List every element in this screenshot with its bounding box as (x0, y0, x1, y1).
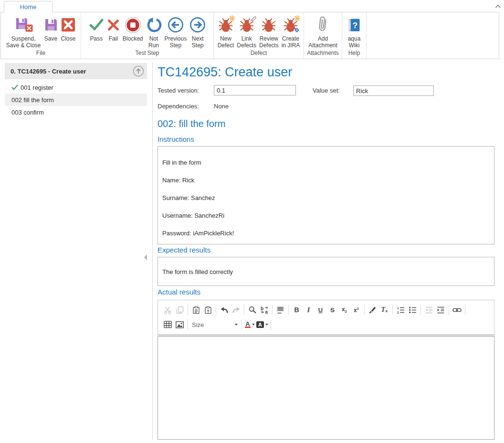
toolbar-separator (216, 305, 216, 315)
ribbon-button-label: Pass (90, 35, 103, 42)
superscript-icon: x2 (354, 306, 359, 314)
review-defects-icon (261, 14, 277, 35)
superscript-button[interactable]: x2 (350, 304, 362, 316)
collapse-ribbon-button[interactable] (495, 3, 502, 8)
ribbon-button-label: Not Run (148, 35, 159, 49)
sidebar-header-title: 0. TC142695 - Create user (10, 68, 86, 75)
strikethrough-button[interactable]: S (326, 304, 338, 316)
previous-step-icon (168, 14, 184, 35)
sidebar-item-001-register[interactable]: 001 register (5, 81, 147, 94)
value-set-input[interactable] (353, 85, 434, 96)
link-button[interactable] (451, 304, 463, 316)
bulleted-list-button[interactable] (407, 304, 419, 316)
suspend-save-close-button[interactable]: Suspend, Save & Close (5, 14, 42, 49)
toolbar-separator (271, 319, 271, 330)
background-color-icon: A (256, 321, 268, 328)
undo-icon (220, 306, 229, 314)
italic-button[interactable]: I (303, 304, 315, 316)
svg-text:b: b (261, 306, 263, 311)
paste-button[interactable] (190, 304, 202, 316)
previous-step-button[interactable]: Previous Step (163, 14, 189, 49)
ribbon-group-label: File (1, 50, 81, 59)
actual-results-editor[interactable] (158, 336, 494, 440)
ribbon-button-label: Previous Step (165, 35, 187, 49)
sidebar-item-003-confirm[interactable]: 003 confirm (5, 106, 147, 118)
svg-text:1: 1 (397, 306, 399, 309)
save-button[interactable]: Save (42, 14, 60, 42)
pass-button[interactable]: Pass (87, 14, 105, 42)
new-defect-icon (218, 14, 234, 35)
subscript-button[interactable]: x2 (338, 304, 350, 316)
toolbar-separator (364, 305, 365, 315)
instructions-heading: Instructions (158, 135, 194, 143)
toolbar-separator (465, 305, 465, 315)
blocked-button[interactable]: Blocked (121, 14, 145, 42)
svg-text:2: 2 (397, 311, 399, 314)
close-button[interactable]: Close (60, 14, 77, 42)
tested-version-input[interactable] (214, 85, 296, 95)
panel-splitter[interactable] (152, 62, 153, 440)
instruction-line: Password: iAmPickleRick! (162, 230, 490, 237)
not-run-button[interactable]: Not Run (145, 14, 163, 49)
replace-icon: ba (260, 306, 269, 314)
numbered-list-button[interactable]: 12 (395, 304, 407, 316)
paste-text-button[interactable]: T (202, 304, 214, 316)
tab-home[interactable]: Home (4, 1, 52, 12)
scroll-to-top-button[interactable] (133, 65, 144, 77)
add-attachment-button[interactable]: Add Attachment (307, 14, 339, 49)
close-icon (61, 14, 75, 35)
numbered-list-icon: 12 (397, 306, 405, 314)
fail-button[interactable]: Fail (105, 14, 121, 42)
image-button[interactable] (174, 319, 186, 330)
bold-button[interactable]: B (291, 304, 303, 316)
instruction-line: Name: Rick (162, 177, 490, 184)
sidebar-item-label: 003 confirm (11, 109, 44, 116)
find-button[interactable] (246, 304, 258, 316)
instruction-line: Username: SanchezRi (162, 212, 490, 219)
ribbon-button-label: aqua Wiki (348, 35, 361, 49)
aqua-wiki-button[interactable]: ?aqua Wiki (346, 14, 362, 49)
table-button[interactable] (162, 319, 174, 330)
test-execution-panel: TC142695: Create user Tested version: Va… (158, 62, 494, 442)
subscript-icon: x2 (342, 306, 347, 314)
background-color-button[interactable]: A (256, 319, 269, 330)
actual-results-heading: Actual results (158, 288, 200, 296)
copy-icon (176, 306, 184, 314)
ribbon: Suspend, Save & CloseSaveCloseFilePassFa… (0, 12, 499, 59)
increase-indent-button[interactable] (435, 304, 447, 316)
ribbon-group-file: Suspend, Save & CloseSaveCloseFile (1, 12, 81, 59)
image-icon (176, 321, 184, 328)
toolbar-separator (392, 305, 393, 315)
toolbar-separator (242, 319, 242, 330)
ribbon-button-label: Review Defects (259, 35, 279, 49)
review-defects-button[interactable]: Review Defects (258, 14, 280, 49)
toolbar-separator (188, 305, 188, 315)
copy-formatting-button[interactable] (367, 304, 378, 316)
text-color-button[interactable]: A (244, 319, 256, 330)
ribbon-button-label: Blocked (123, 35, 143, 42)
pass-icon (89, 14, 104, 35)
new-defect-button[interactable]: New Defect (216, 14, 236, 49)
ribbon-button-label: Create in JIRA (282, 35, 300, 49)
link-defects-icon (239, 14, 255, 35)
ribbon-button-label: Add Attachment (308, 35, 337, 49)
replace-button[interactable]: ba (258, 304, 270, 316)
toolbar-separator (420, 305, 421, 315)
chevron-up-icon (495, 3, 501, 10)
sidebar-item-label: 002 fill the form (11, 96, 54, 104)
cut-button (162, 304, 174, 316)
font-size-select[interactable]: Size (190, 319, 240, 330)
sidebar-header: 0. TC142695 - Create user (5, 63, 147, 79)
remove-format-button[interactable]: T× (378, 304, 390, 316)
create-in-jira-button[interactable]: Create in JIRA (280, 14, 302, 49)
sidebar-item-002-fill-the-form[interactable]: 002 fill the form (5, 94, 147, 106)
underline-button[interactable]: U (315, 304, 326, 316)
undo-button[interactable] (218, 304, 230, 316)
next-step-button[interactable]: Next Step (188, 14, 207, 49)
link-defects-button[interactable]: Link Defects (235, 14, 258, 49)
collapse-panel-handle[interactable] (144, 254, 147, 260)
ribbon-group-label: Attachments (304, 50, 342, 59)
paste-text-icon: T (204, 306, 212, 314)
decrease-indent-icon (425, 306, 433, 314)
select-all-button[interactable] (274, 304, 286, 316)
